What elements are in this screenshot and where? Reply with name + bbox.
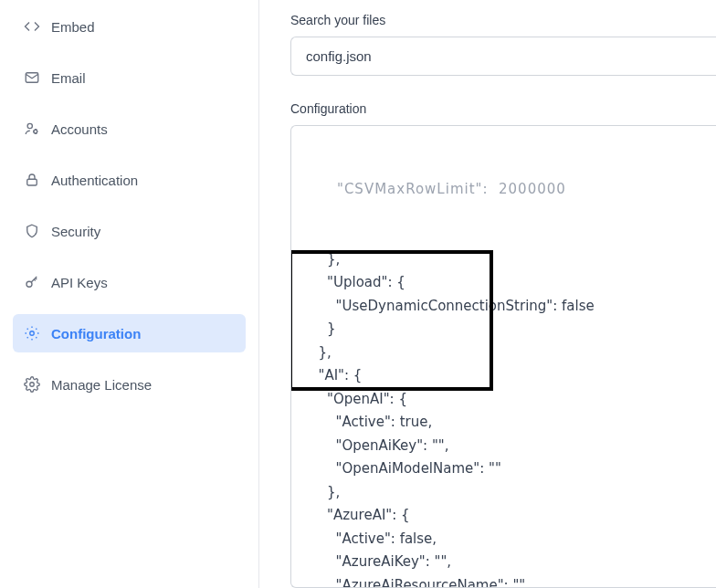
sidebar-item-authentication[interactable]: Authentication [13, 161, 246, 199]
sidebar: Embed Email Accounts Authentication Secu… [0, 0, 259, 588]
configuration-editor[interactable]: "CSVMaxRowLimit": 2000000 }, "Upload": {… [290, 125, 716, 588]
code-line: }, [310, 341, 698, 365]
sidebar-item-label: Configuration [51, 326, 141, 341]
code-icon [24, 18, 40, 35]
code-line: } [310, 318, 698, 341]
sidebar-item-embed[interactable]: Embed [13, 7, 246, 46]
sidebar-item-label: Security [51, 224, 100, 239]
sidebar-item-security[interactable]: Security [13, 212, 246, 250]
lock-icon [24, 172, 40, 188]
partial-line-top: "CSVMaxRowLimit": 2000000 [337, 178, 698, 202]
code-line: "AzureAiResourceName": "", [310, 574, 698, 589]
code-line: "AzureAI": { [310, 504, 698, 528]
svg-point-4 [26, 281, 32, 287]
code-line: "OpenAiKey": "", [310, 435, 698, 458]
main-content: Search your files Configuration "CSVMaxR… [259, 0, 716, 588]
svg-point-6 [30, 383, 35, 387]
code-line: }, [310, 481, 698, 505]
sidebar-item-label: Manage License [51, 377, 152, 393]
sidebar-item-label: API Keys [51, 275, 108, 290]
sidebar-item-label: Accounts [51, 121, 108, 137]
code-block: }, "Upload": { "UseDynamicConnectionStri… [310, 248, 698, 589]
search-input[interactable] [290, 37, 716, 76]
sidebar-item-api-keys[interactable]: API Keys [13, 263, 246, 301]
sidebar-item-label: Embed [51, 19, 95, 35]
code-line: "Active": false, [310, 528, 698, 551]
code-line: "Active": true, [310, 411, 698, 435]
gear-icon [24, 325, 40, 341]
shield-icon [24, 223, 40, 239]
code-line: "AzureAiKey": "", [310, 551, 698, 574]
search-label: Search your files [290, 13, 716, 27]
key-icon [24, 274, 40, 290]
svg-point-1 [27, 123, 32, 128]
svg-point-5 [30, 331, 35, 336]
sidebar-item-accounts[interactable]: Accounts [13, 110, 246, 148]
sidebar-item-label: Email [51, 70, 86, 86]
users-gear-icon [24, 121, 40, 137]
code-line: "UseDynamicConnectionString": false [310, 295, 698, 319]
configuration-label: Configuration [290, 101, 716, 116]
sidebar-item-manage-license[interactable]: Manage License [13, 365, 246, 404]
code-line: "OpenAiModelName": "" [310, 457, 698, 481]
sidebar-item-email[interactable]: Email [13, 58, 246, 97]
code-line: "AI": { [310, 364, 698, 388]
code-line: }, [310, 248, 698, 272]
sidebar-item-configuration[interactable]: Configuration [13, 314, 246, 352]
code-line: "Upload": { [310, 271, 698, 295]
mail-icon [24, 69, 40, 86]
svg-rect-3 [27, 179, 37, 185]
code-line: "OpenAI": { [310, 388, 698, 412]
settings-icon [24, 376, 40, 393]
sidebar-item-label: Authentication [51, 173, 138, 188]
